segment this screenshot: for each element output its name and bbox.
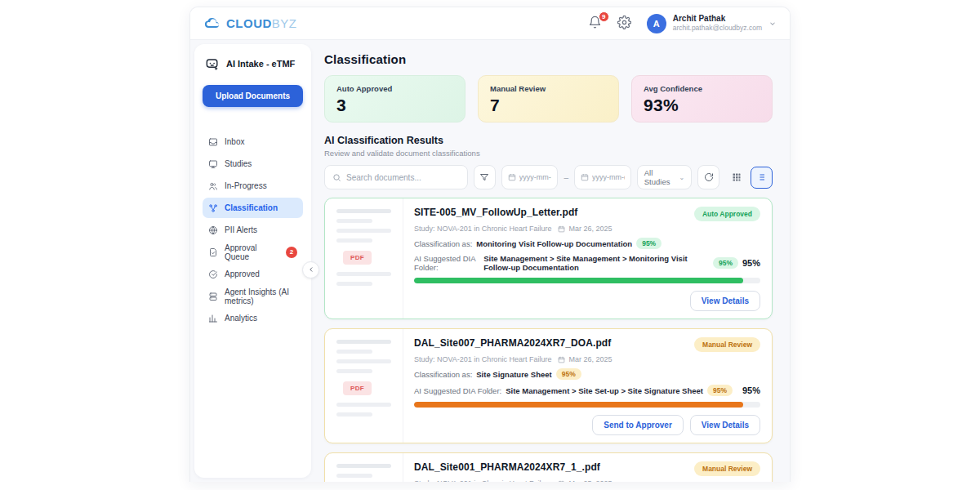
sidebar-item-label: Inbox bbox=[225, 137, 244, 146]
app-title: AI Intake - eTMF bbox=[226, 59, 295, 69]
document-study-row: Study: NOVA-201 in Chronic Heart Failure… bbox=[414, 355, 760, 363]
avatar: A bbox=[647, 14, 666, 33]
sidebar-item-label: In-Progress bbox=[225, 181, 267, 190]
gear-icon bbox=[617, 16, 631, 29]
filter-button[interactable] bbox=[474, 165, 496, 189]
brand-logo: CLOUDBYZ bbox=[203, 15, 297, 32]
confidence-progress-fill bbox=[414, 402, 743, 408]
date-to-input[interactable] bbox=[592, 173, 625, 181]
notifications-button[interactable]: 9 bbox=[588, 16, 604, 32]
sidebar-item-label: Analytics bbox=[225, 314, 257, 323]
app-window: CLOUDBYZ 9 A Archit Pathak archit.pathak… bbox=[189, 7, 791, 482]
search-box bbox=[324, 165, 468, 189]
sidebar-item-label: PII Alerts bbox=[225, 225, 257, 234]
sidebar-item-label: Classification bbox=[225, 203, 278, 212]
stat-label: Avg Confidence bbox=[644, 84, 760, 93]
classification-row: Classification as:Site Signature Sheet95… bbox=[414, 368, 760, 380]
status-badge: Auto Approved bbox=[694, 207, 760, 221]
folder-confidence-badge: 95% bbox=[713, 257, 738, 269]
sidebar: AI Intake - eTMF Upload Documents InboxS… bbox=[194, 44, 311, 478]
list-view-button[interactable] bbox=[751, 167, 773, 189]
document-actions: View Details bbox=[414, 291, 760, 311]
chevron-down-icon: ⌄ bbox=[679, 174, 685, 181]
in-progress-icon bbox=[208, 181, 218, 191]
document-card-body: DAL_Site007_PHARMA2024XR7_DOA.pdfManual … bbox=[403, 329, 772, 443]
calendar-icon bbox=[558, 480, 565, 483]
sidebar-collapse-button[interactable] bbox=[302, 261, 319, 278]
sidebar-item-classification[interactable]: Classification bbox=[203, 198, 303, 218]
calendar-icon bbox=[508, 173, 516, 181]
page-title: Classification bbox=[324, 52, 773, 66]
skeleton-line bbox=[336, 282, 372, 286]
document-title-row: DAL_Site001_PHARMA2024XR7_1_.pdfManual R… bbox=[414, 461, 760, 476]
user-email: archit.pathak@cloudbyz.com bbox=[673, 24, 762, 33]
user-menu[interactable]: A Archit Pathak archit.pathak@cloudbyz.c… bbox=[647, 14, 777, 33]
calendar-icon bbox=[581, 173, 589, 181]
classification-value: Monitoring Visit Follow-up Documentation bbox=[476, 239, 632, 248]
sidebar-item-approved[interactable]: Approved bbox=[203, 264, 303, 284]
stat-label: Auto Approved bbox=[336, 84, 453, 93]
stat-card-auto-approved: Auto Approved3 bbox=[324, 75, 466, 122]
funnel-icon bbox=[479, 172, 489, 182]
document-actions: Send to ApproverView Details bbox=[414, 415, 760, 435]
classification-value: Site Signature Sheet bbox=[476, 370, 551, 379]
confidence-progress-bar bbox=[414, 278, 760, 283]
document-study-row: Study: NOVA-201 in Chronic Heart Failure… bbox=[414, 225, 760, 233]
overall-confidence: 95% bbox=[742, 385, 760, 395]
sidebar-item-pii-alerts[interactable]: PII Alerts bbox=[203, 220, 303, 240]
file-type-badge: PDF bbox=[343, 251, 372, 265]
skeleton-line bbox=[336, 238, 372, 243]
study-filter-select[interactable]: All Studies ⌄ bbox=[637, 165, 692, 189]
dia-folder-row: AI Suggested DIA Folder:Site Management … bbox=[414, 254, 760, 272]
stat-value: 7 bbox=[490, 96, 607, 115]
sidebar-item-agent-insights-ai-metrics[interactable]: Agent Insights (AI metrics) bbox=[203, 286, 303, 306]
document-thumbnail: PDF bbox=[325, 453, 403, 482]
date-from-field bbox=[501, 165, 559, 189]
stat-value: 3 bbox=[336, 96, 453, 115]
search-icon bbox=[332, 173, 341, 182]
document-study-row: Study: NOVA-201 in Chronic Heart Failure… bbox=[414, 479, 760, 482]
user-name: Archit Pathak bbox=[673, 14, 762, 24]
sidebar-item-analytics[interactable]: Analytics bbox=[203, 308, 303, 328]
grid-view-button[interactable] bbox=[727, 167, 746, 187]
view-details-button[interactable]: View Details bbox=[690, 291, 760, 311]
document-thumbnail: PDF bbox=[325, 198, 403, 318]
stat-card-avg-confidence: Avg Confidence93% bbox=[631, 75, 773, 122]
search-input[interactable] bbox=[346, 173, 460, 182]
calendar-icon bbox=[558, 225, 565, 233]
main-content: Classification Auto Approved3Manual Revi… bbox=[314, 44, 786, 478]
stat-value: 93% bbox=[644, 96, 760, 115]
skeleton-line bbox=[336, 412, 372, 416]
view-details-button[interactable]: View Details bbox=[690, 415, 760, 435]
settings-button[interactable] bbox=[617, 16, 634, 32]
skeleton-line bbox=[336, 369, 372, 373]
sidebar-item-studies[interactable]: Studies bbox=[203, 154, 303, 174]
results-subtitle: Review and validate document classificat… bbox=[324, 149, 773, 158]
upload-documents-button[interactable]: Upload Documents bbox=[203, 85, 303, 107]
send-to-approver-button[interactable]: Send to Approver bbox=[592, 415, 684, 435]
dia-folder-row: AI Suggested DIA Folder:Site Management … bbox=[414, 385, 760, 396]
sidebar-item-in-progress[interactable]: In-Progress bbox=[203, 176, 303, 196]
approval-queue-icon bbox=[208, 247, 218, 257]
document-filename: SITE-005_MV_FollowUp_Letter.pdf bbox=[414, 207, 577, 218]
date-from-input[interactable] bbox=[519, 173, 552, 181]
classification-label: Classification as: bbox=[414, 239, 472, 248]
robot-icon bbox=[204, 56, 220, 72]
chevron-down-icon bbox=[768, 16, 777, 31]
sidebar-item-approval-queue[interactable]: Approval Queue2 bbox=[203, 242, 303, 262]
document-title-row: SITE-005_MV_FollowUp_Letter.pdfAuto Appr… bbox=[414, 207, 760, 221]
agent-insights-icon bbox=[208, 292, 218, 301]
document-card-body: SITE-005_MV_FollowUp_Letter.pdfAuto Appr… bbox=[403, 198, 772, 318]
classification-confidence-badge: 95% bbox=[636, 238, 662, 249]
study-filter-value: All Studies bbox=[644, 168, 679, 186]
date-range-separator: – bbox=[564, 173, 568, 182]
classification-row: Classification as:Monitoring Visit Follo… bbox=[414, 238, 760, 249]
skeleton-line bbox=[336, 350, 372, 354]
refresh-button[interactable] bbox=[697, 165, 719, 189]
document-filename: DAL_Site001_PHARMA2024XR7_1_.pdf bbox=[414, 461, 600, 473]
dia-folder-value: Site Management > Site Management > Moni… bbox=[483, 254, 709, 272]
sidebar-item-inbox[interactable]: Inbox bbox=[203, 131, 303, 152]
document-card-list: PDFSITE-005_MV_FollowUp_Letter.pdfAuto A… bbox=[324, 198, 773, 482]
analytics-icon bbox=[208, 314, 218, 323]
sidebar-nav: InboxStudiesIn-ProgressClassificationPII… bbox=[203, 131, 303, 328]
